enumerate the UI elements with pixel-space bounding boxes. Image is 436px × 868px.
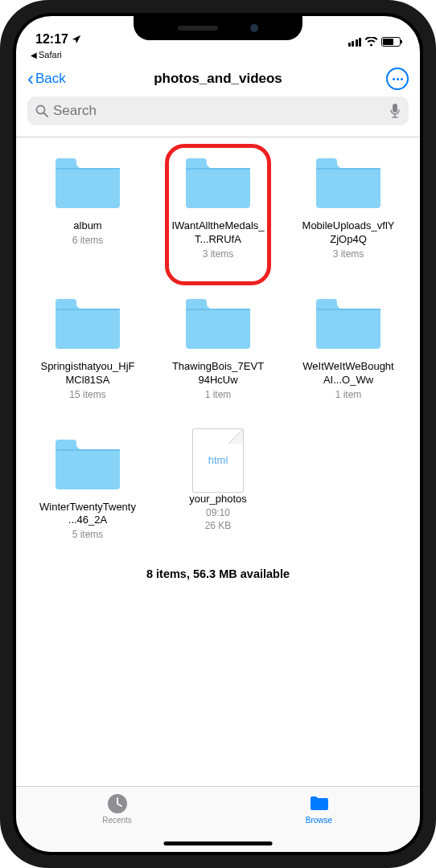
item-name: album xyxy=(73,219,101,233)
svg-line-1 xyxy=(44,113,48,117)
ellipsis-icon xyxy=(393,78,403,80)
item-subtitle: 3 items xyxy=(333,248,364,260)
status-time: 12:17 xyxy=(35,32,68,47)
folder-item[interactable]: album6 items xyxy=(23,155,153,260)
back-button[interactable]: ‹ Back xyxy=(27,68,66,90)
file-ext-label: html xyxy=(208,454,228,466)
folder-item[interactable]: Springisthatyou_HjFMCl81SA15 items xyxy=(23,296,153,400)
tab-label: Browse xyxy=(306,816,332,825)
wifi-icon xyxy=(364,37,378,47)
svg-rect-2 xyxy=(393,104,397,113)
back-label: Back xyxy=(35,71,66,87)
item-subtitle: 5 items xyxy=(72,529,104,540)
item-name: ThawingBois_7EVT94HcUw xyxy=(170,360,266,387)
item-subtitle: 15 items xyxy=(69,389,105,400)
item-subtitle: 1 item xyxy=(335,389,362,400)
home-indicator[interactable] xyxy=(164,841,273,845)
svg-rect-3 xyxy=(56,168,120,170)
breadcrumb-label: Safari xyxy=(39,50,62,59)
battery-icon xyxy=(381,37,401,47)
folder-item[interactable]: IWantAlltheMedals_T...RRUfA3 items xyxy=(153,155,283,260)
svg-rect-7 xyxy=(186,309,250,310)
app-breadcrumb[interactable]: ◀ Safari xyxy=(16,48,420,61)
more-button[interactable] xyxy=(386,68,409,90)
item-name: MobileUploads_vflYZjOp4Q xyxy=(300,219,397,247)
item-name: WinterTwentyTwenty...46_2A xyxy=(39,501,136,528)
search-input[interactable] xyxy=(53,103,385,119)
nav-header: ‹ Back photos_and_videos xyxy=(16,61,420,96)
file-icon: html xyxy=(192,428,244,493)
svg-rect-5 xyxy=(316,168,380,170)
tab-label: Recents xyxy=(102,816,132,825)
item-name: Springisthatyou_HjFMCl81SA xyxy=(39,360,136,387)
microphone-icon[interactable] xyxy=(389,103,401,119)
folder-icon xyxy=(309,793,330,814)
folder-icon xyxy=(52,296,123,352)
item-grid: album6 itemsIWantAlltheMedals_T...RRUfA3… xyxy=(16,137,420,558)
item-name: IWantAlltheMedals_T...RRUfA xyxy=(170,219,266,247)
item-subtitle: 1 item xyxy=(205,389,232,400)
folder-icon xyxy=(52,155,123,211)
item-subtitle: 09:10 xyxy=(206,507,230,518)
chevron-left-icon: ‹ xyxy=(27,68,34,90)
folder-icon xyxy=(183,155,253,211)
folder-icon xyxy=(183,296,253,352)
item-name: your_photos xyxy=(189,493,247,506)
folder-item[interactable]: WinterTwentyTwenty...46_2A5 items xyxy=(23,436,153,541)
svg-rect-8 xyxy=(316,309,380,310)
location-icon xyxy=(72,35,81,44)
search-bar[interactable] xyxy=(27,96,409,125)
signal-icon xyxy=(348,38,362,47)
item-subtitle-2: 26 KB xyxy=(205,520,232,531)
folder-item[interactable]: MobileUploads_vflYZjOp4Q3 items xyxy=(283,155,413,260)
clock-icon xyxy=(107,793,128,814)
chevron-left-icon: ◀ xyxy=(31,51,37,59)
folder-icon xyxy=(52,436,123,493)
footer-status: 8 items, 56.3 MB available xyxy=(16,558,420,590)
folder-item[interactable]: ThawingBois_7EVT94HcUw1 item xyxy=(153,296,283,400)
item-subtitle: 3 items xyxy=(203,248,234,260)
item-name: WeItWeItWeBoughtAI...O_Ww xyxy=(300,360,397,387)
search-icon xyxy=(35,104,48,117)
page-title: photos_and_videos xyxy=(154,71,282,87)
item-subtitle: 6 items xyxy=(72,235,104,246)
svg-rect-4 xyxy=(186,168,250,170)
folder-icon xyxy=(313,155,384,211)
folder-icon xyxy=(313,296,384,352)
svg-rect-9 xyxy=(56,449,120,451)
file-item[interactable]: htmlyour_photos09:1026 KB xyxy=(153,436,283,541)
folder-item[interactable]: WeItWeItWeBoughtAI...O_Ww1 item xyxy=(283,296,413,400)
svg-rect-6 xyxy=(56,309,120,310)
